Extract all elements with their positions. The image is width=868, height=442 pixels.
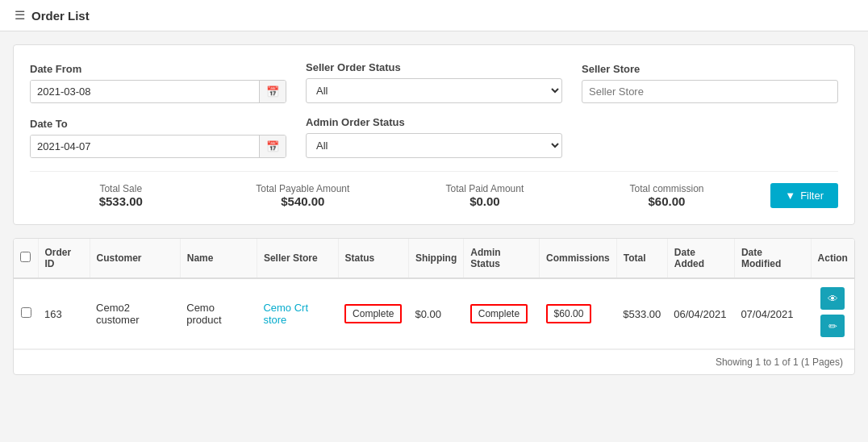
col-status: Status (338, 239, 408, 278)
view-button[interactable]: 👁 (820, 287, 845, 310)
date-from-input[interactable] (31, 81, 259, 102)
total-sale-value: $533.00 (30, 194, 212, 208)
date-to-input[interactable] (31, 136, 259, 157)
filter-funnel-icon: ▼ (785, 190, 795, 202)
table-body: 163 Cemo2 customer Cemo product Cemo Crt… (14, 278, 854, 349)
row-checkbox[interactable] (21, 307, 31, 318)
action-buttons: 👁 ✏ (817, 287, 848, 340)
total-commission-item: Total commission $60.00 (576, 183, 758, 208)
cell-order-id: 163 (38, 278, 90, 349)
total-payable-value: $540.00 (212, 194, 394, 208)
seller-order-status-select[interactable]: All Pending Complete Cancelled (306, 78, 562, 103)
table-header-row: Order ID Customer Name Seller Store Stat… (14, 239, 854, 278)
total-sale-label: Total Sale (30, 183, 212, 194)
total-payable-label: Total Payable Amount (212, 183, 394, 194)
cell-date-modified: 07/04/2021 (734, 278, 811, 349)
filter-row-2: Date To 📅 Admin Order Status All Pending… (30, 116, 838, 158)
col-order-id: Order ID (38, 239, 90, 278)
total-payable-item: Total Payable Amount $540.00 (212, 183, 394, 208)
cell-action: 👁 ✏ (811, 278, 854, 349)
date-from-label: Date From (30, 63, 286, 75)
admin-order-status-group: Admin Order Status All Pending Complete … (306, 116, 562, 158)
col-shipping: Shipping (408, 239, 463, 278)
select-all-checkbox[interactable] (20, 252, 31, 262)
total-paid-item: Total Paid Amount $0.00 (394, 183, 576, 208)
page-title: Order List (31, 9, 90, 23)
pagination-info: Showing 1 to 1 of 1 (1 Pages) (14, 349, 854, 374)
pencil-icon: ✏ (828, 320, 837, 332)
col-admin-status: Admin Status (464, 239, 540, 278)
admin-status-badge: Complete (470, 304, 528, 323)
select-all-cell (14, 239, 38, 278)
table-card: Order ID Customer Name Seller Store Stat… (13, 238, 855, 375)
row-checkbox-cell (14, 278, 38, 349)
col-customer: Customer (90, 239, 180, 278)
col-seller-store: Seller Store (257, 239, 338, 278)
cell-date-added: 06/04/2021 (667, 278, 734, 349)
cell-seller-store: Cemo Crt store (257, 278, 338, 349)
admin-order-status-select[interactable]: All Pending Complete Cancelled (306, 133, 562, 158)
filter-button[interactable]: ▼ Filter (770, 183, 838, 208)
main-content: Date From 📅 Seller Order Status All Pend… (0, 31, 868, 388)
date-to-label: Date To (30, 118, 286, 130)
calendar-icon[interactable]: 📅 (259, 81, 286, 102)
total-paid-value: $0.00 (394, 194, 576, 208)
cell-name: Cemo product (180, 278, 257, 349)
status-badge: Complete (344, 304, 402, 323)
list-icon: ☰ (15, 8, 25, 23)
seller-store-link[interactable]: Cemo Crt store (263, 302, 308, 326)
date-to-group: Date To 📅 (30, 118, 286, 158)
seller-store-label: Seller Store (582, 63, 838, 75)
seller-order-status-label: Seller Order Status (306, 61, 562, 73)
commission-badge: $60.00 (546, 304, 592, 323)
filter-card: Date From 📅 Seller Order Status All Pend… (13, 44, 855, 225)
cell-total: $533.00 (616, 278, 667, 349)
eye-icon: 👁 (828, 293, 838, 305)
cell-customer: Cemo2 customer (90, 278, 180, 349)
col-commissions: Commissions (540, 239, 617, 278)
total-commission-label: Total commission (576, 183, 758, 194)
cell-status: Complete (338, 278, 408, 349)
date-from-input-wrapper: 📅 (30, 80, 286, 103)
edit-button[interactable]: ✏ (820, 315, 845, 337)
total-paid-label: Total Paid Amount (394, 183, 576, 194)
filter-button-label: Filter (800, 190, 824, 202)
calendar-icon-2[interactable]: 📅 (259, 136, 286, 157)
cell-commissions: $60.00 (540, 278, 617, 349)
summary-row: Total Sale $533.00 Total Payable Amount … (30, 171, 838, 208)
table-header: Order ID Customer Name Seller Store Stat… (14, 239, 854, 278)
orders-table: Order ID Customer Name Seller Store Stat… (14, 239, 854, 349)
date-from-group: Date From 📅 (30, 63, 286, 103)
admin-order-status-label: Admin Order Status (306, 116, 562, 128)
col-total: Total (616, 239, 667, 278)
page-header: ☰ Order List (0, 0, 868, 31)
cell-shipping: $0.00 (408, 278, 463, 349)
col-name: Name (180, 239, 257, 278)
seller-order-status-group: Seller Order Status All Pending Complete… (306, 61, 562, 103)
total-sale-item: Total Sale $533.00 (30, 183, 212, 208)
filter-row-1: Date From 📅 Seller Order Status All Pend… (30, 61, 838, 103)
col-date-modified: Date Modified (734, 239, 811, 278)
col-date-added: Date Added (667, 239, 734, 278)
seller-store-group: Seller Store (582, 63, 838, 103)
seller-store-input[interactable] (582, 80, 838, 103)
date-to-input-wrapper: 📅 (30, 135, 286, 158)
cell-admin-status: Complete (464, 278, 540, 349)
total-commission-value: $60.00 (576, 194, 758, 208)
col-action: Action (811, 239, 854, 278)
table-row: 163 Cemo2 customer Cemo product Cemo Crt… (14, 278, 854, 349)
